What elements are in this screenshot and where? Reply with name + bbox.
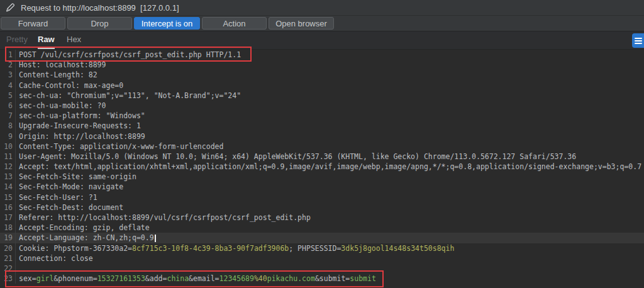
code-text: Connection: close xyxy=(16,253,93,263)
line-number: 6 xyxy=(0,101,16,111)
line-number: 3 xyxy=(0,70,16,80)
code-line-19[interactable]: 19Accept-Language: zh-CN,zh;q=0.9 xyxy=(0,233,644,243)
pencil-icon xyxy=(4,2,16,13)
code-line-5[interactable]: 5sec-ch-ua: "Chromium";v="113", "Not-A.B… xyxy=(0,91,644,101)
code-text: Cookie: Phpstorm-367330a2=8cf715c3-10f8-… xyxy=(16,243,454,253)
code-text: sex=girl&phonenum=15327161353&add=china&… xyxy=(16,274,376,284)
code-text: Origin: http://localhost:8899 xyxy=(16,131,145,141)
line-number: 1 xyxy=(0,50,16,60)
line-number: 18 xyxy=(0,223,16,233)
code-text: Referer: http://localhost:8899/vul/csrf/… xyxy=(16,213,311,223)
line-number: 9 xyxy=(0,131,16,141)
code-text: Cache-Control: max-age=0 xyxy=(16,80,123,91)
line-number: 14 xyxy=(0,182,16,192)
raw-request-editor[interactable]: 1POST /vul/csrf/csrfpost/csrf_post_edit.… xyxy=(0,50,644,288)
code-text xyxy=(16,263,19,274)
line-number: 22 xyxy=(0,263,16,274)
code-line-8[interactable]: 8Upgrade-Insecure-Requests: 1 xyxy=(0,121,644,131)
line-number: 13 xyxy=(0,172,16,182)
code-text: Sec-Fetch-Mode: navigate xyxy=(16,182,123,192)
code-line-11[interactable]: 11User-Agent: Mozilla/5.0 (Windows NT 10… xyxy=(0,152,644,162)
code-text: Sec-Fetch-User: ?1 xyxy=(16,192,97,202)
line-number: 15 xyxy=(0,192,16,202)
code-line-21[interactable]: 21Connection: close xyxy=(0,253,644,263)
code-text: sec-ch-ua-mobile: ?0 xyxy=(16,101,106,111)
line-number: 16 xyxy=(0,202,16,213)
line-number: 20 xyxy=(0,243,16,253)
drop-button[interactable]: Drop xyxy=(67,17,132,30)
code-line-4[interactable]: 4Cache-Control: max-age=0 xyxy=(0,80,644,91)
text-caret xyxy=(155,235,156,242)
line-number: 5 xyxy=(0,91,16,101)
tab-pretty[interactable]: Pretty xyxy=(6,31,28,48)
open-browser-button[interactable]: Open browser xyxy=(269,17,334,30)
line-number: 7 xyxy=(0,111,16,121)
line-number: 4 xyxy=(0,80,16,91)
code-line-22[interactable]: 22 xyxy=(0,263,644,274)
code-text: Upgrade-Insecure-Requests: 1 xyxy=(16,121,141,131)
line-number: 12 xyxy=(0,162,16,172)
code-text: Sec-Fetch-Site: same-origin xyxy=(16,172,136,182)
line-number: 8 xyxy=(0,121,16,131)
line-number: 23 xyxy=(0,274,16,284)
code-text: Accept-Language: zh-CN,zh;q=0.9 xyxy=(16,233,156,243)
titlebar: Request to http://localhost:8899 [127.0.… xyxy=(0,0,644,16)
code-text: sec-ch-ua-platform: "Windows" xyxy=(16,111,145,121)
line-number: 11 xyxy=(0,152,16,162)
code-text: sec-ch-ua: "Chromium";v="113", "Not-A.Br… xyxy=(16,91,241,101)
code-line-1[interactable]: 1POST /vul/csrf/csrfpost/csrf_post_edit.… xyxy=(0,50,644,60)
code-line-16[interactable]: 16Sec-Fetch-Dest: document xyxy=(0,202,644,213)
line-number: 2 xyxy=(0,60,16,70)
line-number: 21 xyxy=(0,253,16,263)
tab-raw[interactable]: Raw xyxy=(38,31,55,49)
code-text: Accept: text/html,application/xhtml+xml,… xyxy=(16,162,641,172)
code-line-6[interactable]: 6sec-ch-ua-mobile: ?0 xyxy=(0,101,644,111)
code-line-9[interactable]: 9Origin: http://localhost:8899 xyxy=(0,131,644,141)
burp-intercept-window: Request to http://localhost:8899 [127.0.… xyxy=(0,0,644,288)
code-line-13[interactable]: 13Sec-Fetch-Site: same-origin xyxy=(0,172,644,182)
code-line-12[interactable]: 12Accept: text/html,application/xhtml+xm… xyxy=(0,162,644,172)
code-line-14[interactable]: 14Sec-Fetch-Mode: navigate xyxy=(0,182,644,192)
code-line-3[interactable]: 3Content-Length: 82 xyxy=(0,70,644,80)
code-text: Sec-Fetch-Dest: document xyxy=(16,202,123,213)
intercept-toggle-button[interactable]: Intercept is on xyxy=(134,17,200,30)
code-text: Host: localhost:8899 xyxy=(16,60,106,70)
code-line-17[interactable]: 17Referer: http://localhost:8899/vul/csr… xyxy=(0,213,644,223)
code-text: Content-Type: application/x-www-form-url… xyxy=(16,141,223,152)
code-line-18[interactable]: 18Accept-Encoding: gzip, deflate xyxy=(0,223,644,233)
forward-button[interactable]: Forward xyxy=(1,17,65,30)
code-text: Content-Length: 82 xyxy=(16,70,97,80)
action-button[interactable]: Action xyxy=(202,17,267,30)
message-view-tabs: Pretty Raw Hex xyxy=(0,31,644,50)
line-number: 10 xyxy=(0,141,16,152)
code-line-2[interactable]: 2Host: localhost:8899 xyxy=(0,60,644,70)
line-number: 19 xyxy=(0,233,16,243)
code-text: Accept-Encoding: gzip, deflate xyxy=(16,223,150,233)
code-line-23[interactable]: 23sex=girl&phonenum=15327161353&add=chin… xyxy=(0,274,644,284)
code-line-10[interactable]: 10Content-Type: application/x-www-form-u… xyxy=(0,141,644,152)
code-line-20[interactable]: 20Cookie: Phpstorm-367330a2=8cf715c3-10f… xyxy=(0,243,644,253)
tab-hex[interactable]: Hex xyxy=(67,31,81,48)
line-number: 17 xyxy=(0,213,16,223)
code-text: POST /vul/csrf/csrfpost/csrf_post_edit.p… xyxy=(16,50,241,60)
editor-settings-menu-icon[interactable] xyxy=(632,33,644,48)
code-line-7[interactable]: 7sec-ch-ua-platform: "Windows" xyxy=(0,111,644,121)
intercept-toolbar: Forward Drop Intercept is on Action Open… xyxy=(0,16,644,31)
code-text: User-Agent: Mozilla/5.0 (Windows NT 10.0… xyxy=(16,152,576,162)
request-title: Request to http://localhost:8899 [127.0.… xyxy=(21,3,179,13)
code-line-15[interactable]: 15Sec-Fetch-User: ?1 xyxy=(0,192,644,202)
